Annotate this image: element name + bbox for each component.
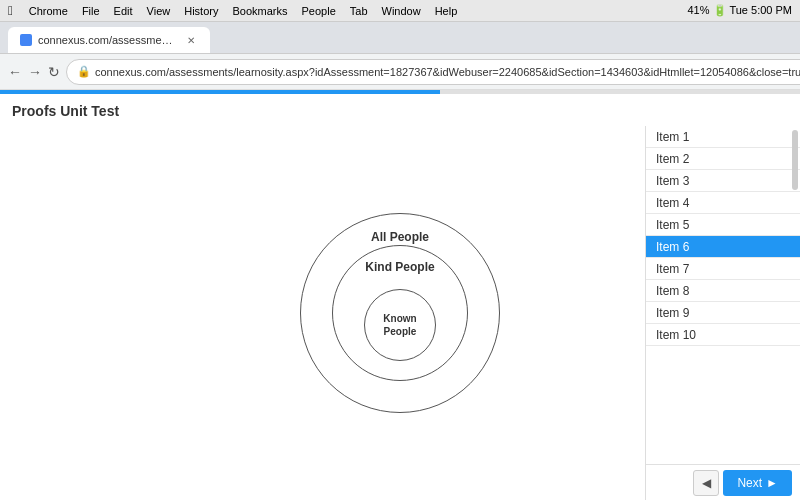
apple-menu[interactable]: 	[8, 3, 13, 18]
address-bar[interactable]: 🔒 connexus.com/assessments/learnosity.as…	[66, 59, 800, 85]
menu-window[interactable]: Window	[382, 5, 421, 17]
mac-menubar:  Chrome File Edit View History Bookmark…	[0, 0, 800, 22]
page-header: Proofs Unit Test	[0, 94, 800, 126]
circle-inner: KnownPeople	[364, 289, 436, 361]
middle-label: Kind People	[365, 260, 434, 276]
forward-button[interactable]: →	[28, 61, 42, 83]
menubar-right-icons: 41% 🔋 Tue 5:00 PM	[688, 4, 793, 17]
address-text: connexus.com/assessments/learnosity.aspx…	[95, 66, 800, 78]
chrome-toolbar: ← → ↻ 🔒 connexus.com/assessments/learnos…	[0, 54, 800, 90]
prev-button[interactable]: ◀	[693, 470, 719, 496]
next-button[interactable]: Next ►	[723, 470, 792, 496]
item-row-4[interactable]: Item 4	[646, 192, 800, 214]
item-row-5[interactable]: Item 5	[646, 214, 800, 236]
inner-label: KnownPeople	[383, 312, 416, 338]
tab-title: connexus.com/assessments/learnosity.aspx	[38, 34, 178, 46]
battery-time: 41% 🔋 Tue 5:00 PM	[688, 4, 793, 17]
item-row-8[interactable]: Item 8	[646, 280, 800, 302]
next-label: Next	[737, 476, 762, 490]
item-row-1[interactable]: Item 1	[646, 126, 800, 148]
item-row-10[interactable]: Item 10	[646, 324, 800, 346]
tab-close-button[interactable]: ✕	[184, 33, 198, 47]
menu-help[interactable]: Help	[435, 5, 458, 17]
menu-file[interactable]: File	[82, 5, 100, 17]
menu-people[interactable]: People	[302, 5, 336, 17]
venn-diagram: All People Kind People KnownPeople	[300, 213, 500, 413]
menu-chrome[interactable]: Chrome	[29, 5, 68, 17]
menu-view[interactable]: View	[147, 5, 171, 17]
item-row-9[interactable]: Item 9	[646, 302, 800, 324]
item-row-3[interactable]: Item 3	[646, 170, 800, 192]
bottom-nav: ◀ Next ►	[646, 464, 800, 500]
menu-bookmarks[interactable]: Bookmarks	[232, 5, 287, 17]
page-title: Proofs Unit Test	[12, 103, 119, 119]
next-arrow-icon: ►	[766, 476, 778, 490]
menu-history[interactable]: History	[184, 5, 218, 17]
item-list: Item 1 Item 2 Item 3 Item 4 Item 5 Item …	[646, 126, 800, 464]
menu-tab[interactable]: Tab	[350, 5, 368, 17]
menu-edit[interactable]: Edit	[114, 5, 133, 17]
item-panel: Item 1 Item 2 Item 3 Item 4 Item 5 Item …	[645, 126, 800, 500]
tab-favicon	[20, 34, 32, 46]
scrollbar-track[interactable]	[792, 130, 798, 190]
item-row-7[interactable]: Item 7	[646, 258, 800, 280]
item-row-2[interactable]: Item 2	[646, 148, 800, 170]
reload-button[interactable]: ↻	[48, 61, 60, 83]
outer-label: All People	[371, 230, 429, 246]
page: Proofs Unit Test All People Kind People …	[0, 90, 800, 500]
main-content: All People Kind People KnownPeople Item …	[0, 126, 800, 500]
active-tab[interactable]: connexus.com/assessments/learnosity.aspx…	[8, 27, 210, 53]
tab-bar: connexus.com/assessments/learnosity.aspx…	[0, 22, 800, 54]
item-row-6[interactable]: Item 6	[646, 236, 800, 258]
back-button[interactable]: ←	[8, 61, 22, 83]
